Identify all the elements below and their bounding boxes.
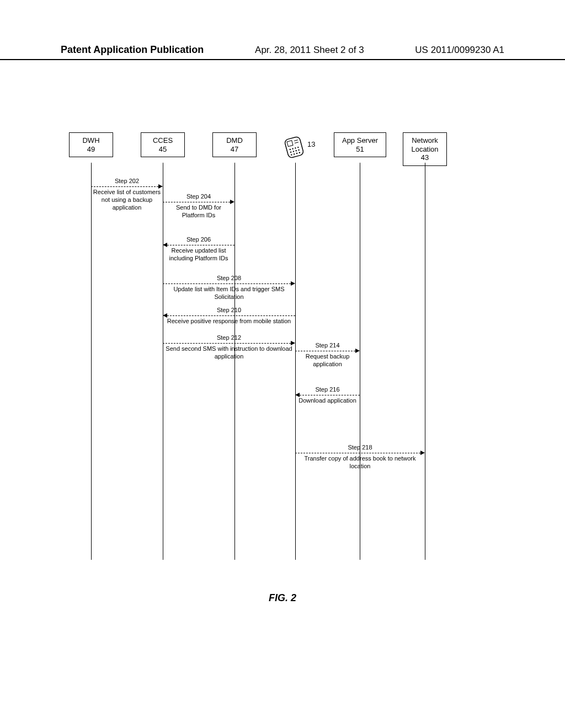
page-header: Patent Application Publication Apr. 28, … [0, 44, 565, 60]
svg-line-2 [294, 140, 298, 141]
step-202-desc: Receive list of customers not using a ba… [91, 189, 163, 211]
step-202-title: Step 202 [115, 178, 139, 185]
step-218-desc: Transfer copy of address book to network… [295, 455, 425, 470]
step-208-desc: Update list with Item IDs and trigger SM… [163, 286, 295, 301]
actor-netloc-name1: Network [406, 136, 444, 145]
mobile-phone-icon [283, 136, 306, 159]
lifeline-dwh [91, 163, 92, 560]
step-210: Step 210 Receive positive response from … [163, 307, 295, 315]
svg-point-7 [297, 147, 299, 148]
step-216: Step 216 Download application [295, 386, 360, 395]
svg-point-10 [295, 150, 297, 152]
step-212: Step 212 Send second SMS with instructio… [163, 334, 295, 343]
actor-dwh: DWH 49 [69, 132, 113, 157]
page: Patent Application Publication Apr. 28, … [0, 0, 565, 728]
svg-point-6 [295, 147, 296, 149]
svg-line-3 [295, 142, 299, 143]
sequence-diagram: DWH 49 CCES 45 DMD 47 13 App Server [69, 132, 494, 568]
svg-rect-0 [284, 136, 304, 158]
svg-point-13 [294, 153, 295, 155]
actor-app-server: App Server 51 [334, 132, 386, 157]
actor-dwh-name: DWH [72, 136, 110, 145]
step-218: Step 218 Transfer copy of address book t… [295, 444, 425, 453]
actor-dmd: DMD 47 [212, 132, 257, 157]
lifeline-appserver [360, 163, 360, 560]
patent-pub-label: Patent Application Publication [61, 44, 204, 56]
step-202: Step 202 Receive list of customers not u… [91, 178, 163, 186]
step-212-title: Step 212 [217, 334, 241, 342]
actor-netloc-name2: Location [406, 145, 444, 154]
actor-app-server-id: 51 [337, 145, 383, 154]
svg-point-5 [292, 148, 294, 149]
actor-cces: CCES 45 [141, 132, 185, 157]
step-216-title: Step 216 [315, 386, 339, 394]
step-206: Step 206 Receive updated list including … [163, 236, 234, 245]
actor-app-server-name: App Server [337, 136, 383, 145]
step-206-desc: Receive updated list including Platform … [163, 247, 234, 263]
step-204-desc: Send to DMD for Platform IDs [163, 204, 234, 220]
svg-point-4 [289, 149, 291, 151]
actor-dmd-name: DMD [215, 136, 254, 145]
step-214: Step 214 Request backup application [295, 342, 360, 351]
actor-cces-name: CCES [143, 136, 182, 145]
step-214-desc: Request backup application [295, 353, 360, 368]
actor-cces-id: 45 [143, 145, 182, 154]
actor-network-location: Network Location 43 [403, 132, 447, 166]
step-206-title: Step 206 [186, 236, 211, 244]
step-204-title: Step 204 [186, 193, 211, 201]
svg-point-9 [292, 151, 294, 152]
step-204: Step 204 Send to DMD for Platform IDs [163, 193, 234, 202]
figure-caption: FIG. 2 [0, 592, 565, 604]
actor-dmd-id: 47 [215, 145, 254, 154]
svg-point-12 [291, 154, 292, 156]
step-218-title: Step 218 [348, 444, 372, 452]
svg-point-14 [296, 153, 298, 154]
actor-phone-id: 13 [307, 140, 315, 148]
step-212-desc: Send second SMS with instruction to down… [163, 345, 295, 361]
actor-dwh-id: 49 [72, 145, 110, 154]
step-210-title: Step 210 [217, 307, 241, 314]
step-208-title: Step 208 [217, 275, 241, 282]
lifeline-cces [163, 163, 163, 560]
svg-rect-1 [287, 141, 293, 147]
lifeline-netloc [425, 163, 425, 560]
sheet-date-label: Apr. 28, 2011 Sheet 2 of 3 [255, 45, 364, 56]
patent-number: US 2011/0099230 A1 [415, 45, 504, 56]
step-216-desc: Download application [295, 397, 360, 405]
svg-point-15 [299, 152, 300, 153]
step-210-desc: Receive positive response from mobile st… [163, 318, 295, 325]
lifeline-dmd [234, 163, 235, 560]
svg-point-11 [298, 149, 300, 151]
step-214-title: Step 214 [315, 342, 339, 350]
step-208: Step 208 Update list with Item IDs and t… [163, 275, 295, 283]
actor-netloc-id: 43 [406, 153, 444, 162]
svg-point-8 [290, 151, 292, 153]
